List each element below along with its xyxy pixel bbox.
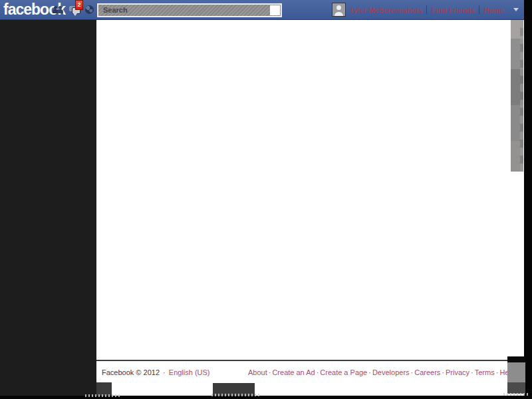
text-remnant	[211, 394, 259, 396]
footer-link-about[interactable]: About	[248, 368, 267, 376]
footer-link-create-an-ad[interactable]: Create an Ad	[272, 368, 315, 376]
search-placeholder: Search	[103, 6, 128, 14]
scrollbar[interactable]	[511, 20, 523, 172]
chat-dock-tab[interactable]	[96, 382, 112, 396]
chat-dock-block[interactable]	[507, 362, 525, 382]
footer-link-create-a-page[interactable]: Create a Page	[320, 368, 367, 376]
footer-separator: ·	[440, 368, 446, 376]
footer-copyright-group: Facebook © 2012 · English (US)	[102, 368, 210, 376]
friend-requests-icon[interactable]	[53, 5, 65, 14]
messages-count-badge: 2	[75, 0, 83, 10]
messages-icon[interactable]: 2	[69, 5, 80, 14]
footer-link-terms[interactable]: Terms	[475, 368, 495, 376]
copyright-text: Facebook © 2012	[102, 368, 160, 376]
scrollbar-notches	[520, 20, 523, 172]
notifications-globe-icon[interactable]	[85, 5, 94, 14]
nav-divider	[426, 5, 427, 14]
search-submit-button[interactable]	[270, 5, 280, 15]
footer-separator: ·	[469, 368, 475, 376]
main-content-blank	[96, 20, 524, 396]
search-input[interactable]: Search	[97, 3, 282, 17]
profile-avatar[interactable]	[332, 3, 346, 17]
left-sidebar-unloaded	[0, 20, 96, 396]
person-silhouette-icon	[57, 9, 63, 13]
nav-divider	[479, 5, 479, 14]
facebook-page: facebook 2 Search Tyler McScreenshots Fi…	[0, 0, 532, 399]
footer-link-careers[interactable]: Careers	[414, 368, 440, 376]
language-link[interactable]: English (US)	[169, 368, 210, 376]
page-footer: Facebook © 2012 · English (US) About·Cre…	[96, 360, 524, 376]
find-friends-link[interactable]: Find Friends	[431, 6, 475, 14]
footer-links: About·Create an Ad·Create a Page·Develop…	[248, 368, 515, 376]
text-remnant	[503, 393, 528, 396]
profile-name-link[interactable]: Tyler McScreenshots	[350, 6, 423, 14]
footer-separator: ·	[162, 368, 167, 376]
home-link[interactable]: Home	[483, 6, 504, 14]
scrollbar-end-notch	[507, 356, 525, 362]
top-nav-bar: facebook 2 Search Tyler McScreenshots Fi…	[0, 0, 524, 20]
footer-separator: ·	[367, 368, 372, 376]
chat-dock-block[interactable]	[507, 382, 525, 394]
account-nav: Tyler McScreenshots Find Friends Home	[332, 0, 519, 19]
footer-link-developers[interactable]: Developers	[372, 368, 410, 376]
header-icons: 2	[53, 0, 94, 19]
chevron-down-icon[interactable]	[513, 8, 519, 11]
footer-link-privacy[interactable]: Privacy	[446, 368, 469, 376]
text-remnant	[85, 394, 120, 397]
